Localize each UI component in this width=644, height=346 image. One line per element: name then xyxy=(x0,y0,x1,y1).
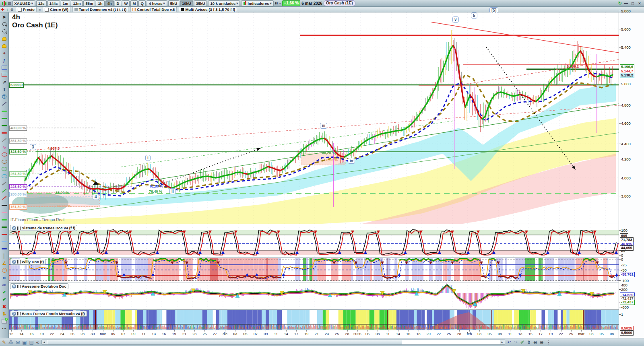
timeframe-button-1m[interactable]: 1m xyxy=(61,0,70,6)
image-icon[interactable]: ▣ xyxy=(22,340,27,345)
ellipse-red-tool[interactable] xyxy=(1,151,8,158)
period-select[interactable]: 4 horas▾ xyxy=(147,0,167,6)
symbol-select[interactable]: XAUUSD▾ xyxy=(12,0,35,6)
pause-button[interactable]: ▮▮ xyxy=(275,2,278,5)
wave-label-v[interactable]: v xyxy=(452,16,459,23)
time-axis[interactable]: 121416192224262830nov0507091113161921232… xyxy=(9,330,619,338)
wave-label-5[interactable]: 5 xyxy=(471,12,477,19)
collapse-icon[interactable]: « xyxy=(36,340,39,345)
panel-close-icon[interactable]: ✕ xyxy=(12,226,16,230)
close-circle-icon[interactable]: ⊗ xyxy=(10,7,14,12)
rectangle-tool[interactable] xyxy=(1,71,8,78)
arrow-tool[interactable]: ↗ xyxy=(1,78,8,86)
chart-canvas[interactable] xyxy=(0,0,644,346)
list-icon[interactable]: ≡ xyxy=(39,7,41,12)
timeframe-button-D[interactable]: D xyxy=(115,0,122,6)
text-tool[interactable]: T xyxy=(1,86,8,93)
timeframe-button-M[interactable]: M xyxy=(130,0,138,6)
timeframe-button-W[interactable]: W xyxy=(122,0,130,6)
scroll-left-icon[interactable]: ◂ xyxy=(42,340,47,344)
ellipse-brown-tool[interactable] xyxy=(1,158,8,165)
panel-close-icon[interactable]: ✕ xyxy=(12,284,16,288)
checkbox-icon[interactable] xyxy=(45,8,49,12)
wave-label-3[interactable]: 3 xyxy=(30,144,36,150)
price-alert-tool[interactable]: ⌖ xyxy=(1,49,8,57)
sync-icon[interactable]: ↻ xyxy=(618,1,622,6)
hline-black-tool[interactable] xyxy=(1,202,8,209)
zoom-area-tool[interactable] xyxy=(1,28,8,35)
wave-label-ii[interactable]: ii xyxy=(169,188,176,194)
panel-header-0[interactable]: ✕Sistema de trenes Doc v4 (f f) xyxy=(10,225,77,231)
panel-header-2[interactable]: ✕Awesome Evolution Doc xyxy=(10,283,68,289)
redo-icon[interactable]: ↷ xyxy=(514,340,518,345)
timeframe-button-56m[interactable]: 56m xyxy=(83,0,95,6)
minimize-button[interactable]: — xyxy=(623,1,629,6)
trendline-red-tool[interactable] xyxy=(1,194,8,202)
compare-icon[interactable]: ▤ xyxy=(29,340,33,345)
thumbs-up-icon[interactable]: ✔ xyxy=(1,296,8,303)
hline-lime-tool[interactable] xyxy=(1,216,8,223)
alarm-tool[interactable] xyxy=(1,42,8,49)
channel-tool[interactable] xyxy=(1,64,8,71)
arrow-up-icon[interactable]: ↑ xyxy=(6,7,8,12)
timeframe-button-144s[interactable]: 144s xyxy=(47,0,60,6)
panel-close-icon[interactable]: ✕ xyxy=(12,312,16,316)
eraser-icon[interactable]: ✐ xyxy=(520,340,524,345)
wave-label-[5][interactable]: [5] xyxy=(489,7,498,13)
hline-bright-green-tool[interactable] xyxy=(1,107,8,115)
hline-crimson-tool[interactable] xyxy=(1,231,8,238)
record-button[interactable]: ● xyxy=(279,2,281,5)
trendline-gray-tool[interactable] xyxy=(1,180,8,187)
hline-red-dot-tool[interactable] xyxy=(1,129,8,136)
checkbox-icon[interactable] xyxy=(18,8,22,12)
indicators-menu[interactable]: Indicadores▾ xyxy=(241,0,273,6)
hline-forest-tool[interactable] xyxy=(1,223,8,231)
price-axis[interactable]: 5.8005.6005.4005.0004.8004.6004.4004.200… xyxy=(619,12,644,338)
formula-tool[interactable]: fx xyxy=(1,274,8,281)
legend-item-4[interactable]: Multi Avisos (3 f 3 1,5 70 f f) xyxy=(179,7,237,12)
fibonacci-tool[interactable]: ƒ xyxy=(1,57,8,64)
hline-lightblue-tool[interactable] xyxy=(1,238,8,245)
message-icon[interactable]: ✉ xyxy=(16,340,20,345)
reorder-icon[interactable]: ⇅ xyxy=(1,310,8,317)
legend-item-1[interactable]: Cierre (W) xyxy=(43,7,70,12)
text-circle-tool[interactable]: Ⓣ xyxy=(1,93,8,100)
wave-label-iii[interactable]: iii xyxy=(320,123,327,129)
layout-icon[interactable]: ▦ xyxy=(8,1,11,5)
timeframe-button-Q[interactable]: Q xyxy=(138,0,145,6)
wave-label-iv[interactable]: iv xyxy=(348,158,355,164)
unit-button-10kU[interactable]: 10kU xyxy=(180,0,193,6)
timeframe-button-1h[interactable]: 1h xyxy=(96,0,104,6)
share-icon[interactable]: ⁂ xyxy=(8,340,13,345)
cursor-tool[interactable]: ➤ xyxy=(1,13,8,21)
ellipse-cyan-tool[interactable] xyxy=(1,173,8,180)
units-select[interactable]: 10 k unidades▾ xyxy=(208,0,240,6)
scroll-right-icon[interactable]: ▸ xyxy=(500,340,505,344)
zoom-range-icon[interactable]: ⇕ xyxy=(527,340,531,345)
compass-tool[interactable]: + xyxy=(1,267,8,274)
add-alert-icon[interactable]: ✚ xyxy=(1,7,4,12)
panel-header-3[interactable]: ✕Barra Fuerza Fondo Mercado v4 (f) xyxy=(10,311,87,317)
hline-dark-green-tool[interactable] xyxy=(1,122,8,129)
alarm-pointer-tool[interactable] xyxy=(1,35,8,42)
delete-icon[interactable]: ✖ xyxy=(1,303,8,310)
pencil-icon[interactable]: ✎ xyxy=(2,340,6,345)
ruler-tool[interactable] xyxy=(1,136,8,144)
unit-button-35kU[interactable]: 35kU xyxy=(194,0,207,6)
angle-tool[interactable]: ∠ xyxy=(1,260,8,267)
timeframe-button-12s[interactable]: 12s xyxy=(36,0,47,6)
wave-tool[interactable]: ∿ xyxy=(1,144,8,151)
wave-label-i[interactable]: i xyxy=(145,155,151,161)
zoom-out-icon[interactable]: ⊖ xyxy=(533,340,537,345)
vline-tool[interactable]: │ xyxy=(1,252,8,260)
zoom-tool[interactable] xyxy=(1,21,8,28)
panel-header-1[interactable]: ✕Willy Doc (t) xyxy=(10,259,46,265)
validate-icon[interactable]: ✔ xyxy=(1,288,8,296)
undo-icon[interactable]: ↶ xyxy=(508,340,512,345)
timeframe-button-4h[interactable]: 4h xyxy=(105,0,114,6)
layers-icon[interactable] xyxy=(1,317,8,325)
panel-close-icon[interactable]: ✕ xyxy=(12,260,16,264)
more-icon[interactable]: ⋮ xyxy=(546,340,551,345)
legend-item-3[interactable]: Control Total Doc v.6 xyxy=(130,7,177,12)
maximize-button[interactable]: □ xyxy=(630,1,636,6)
